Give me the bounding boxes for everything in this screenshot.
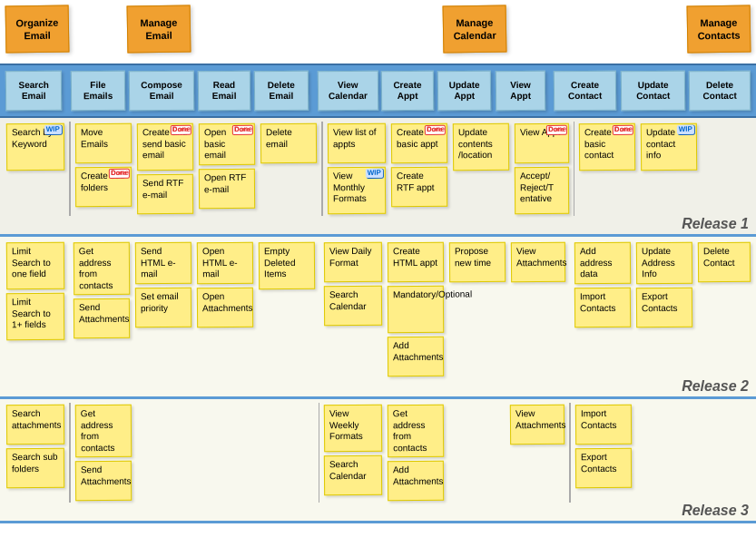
- manage-calendar-header: Manage Calendar: [443, 5, 507, 53]
- subheader-delete-contact[interactable]: Delete Contact: [689, 71, 751, 112]
- subheader-search-email[interactable]: Search Email: [5, 71, 63, 112]
- subheader-update-appt[interactable]: Update Appt: [437, 71, 492, 112]
- r1-create-basic-contact[interactable]: Done Create basic contact: [579, 123, 635, 171]
- subheader-view-appt[interactable]: View Appt: [496, 71, 545, 111]
- r2-get-address[interactable]: Get address from contacts: [74, 242, 131, 296]
- r1-move-emails[interactable]: Move Emails: [75, 123, 132, 164]
- r2-view-attachments[interactable]: View Attachments: [511, 242, 565, 283]
- r2-open-attachments[interactable]: Open Attachments: [197, 287, 253, 327]
- r1-view-list-appts[interactable]: View list of appts: [327, 123, 385, 164]
- subheader-update-contact[interactable]: Update Contact: [620, 71, 685, 112]
- board: Organize Email Manage Email Manage Calen…: [0, 0, 756, 523]
- subheader-create-contact[interactable]: Create Contact: [554, 71, 616, 112]
- r1-open-rtf-email[interactable]: Open RTF e-mail: [199, 168, 255, 209]
- r2-add-attachments[interactable]: Add Attachments: [388, 337, 444, 377]
- r2-send-attachments[interactable]: Send Attachments: [74, 298, 130, 339]
- release3-label: Release 3: [682, 503, 749, 519]
- r1-send-rtf-email[interactable]: Send RTF e-mail: [137, 174, 193, 215]
- r2-create-html-appt[interactable]: Create HTML appt: [388, 242, 444, 283]
- r1-update-contents[interactable]: Update contents /location: [452, 123, 508, 171]
- r3-view-attachments-appt[interactable]: View Attachments: [510, 405, 565, 445]
- r3-add-attachments-appt[interactable]: Add Attachments: [388, 461, 444, 502]
- r1-create-basic-email[interactable]: Done Create and send basic email: [137, 123, 193, 171]
- r3-search-subfolders[interactable]: Search sub folders: [6, 448, 64, 489]
- r2-send-html-email[interactable]: Send HTML e-mail: [135, 242, 191, 284]
- subheader-create-appt[interactable]: Create Appt: [381, 71, 434, 112]
- r3-export-contacts[interactable]: Export Contacts: [575, 448, 632, 489]
- release2-label: Release 2: [682, 378, 749, 395]
- r2-update-address-info[interactable]: Update Address Info: [636, 242, 692, 284]
- subheader-view-calendar[interactable]: View Calendar: [317, 71, 378, 112]
- r2-set-email-priority[interactable]: Set email priority: [135, 287, 191, 327]
- r1-update-contact-info[interactable]: WIP Update contact info: [641, 123, 697, 171]
- r2-export-contacts[interactable]: Export Contacts: [636, 287, 692, 327]
- manage-contacts-header: Manage Contacts: [687, 5, 751, 53]
- r1-delete-email[interactable]: Delete email: [260, 123, 317, 164]
- r2-mandatory-optional[interactable]: Mandatory/Optional: [388, 286, 444, 334]
- r1-search-keyword[interactable]: WIP Search by Keyword: [6, 123, 64, 171]
- r2-open-html-email[interactable]: Open HTML e-mail: [197, 242, 253, 284]
- r3-import-contacts[interactable]: Import Contacts: [575, 405, 632, 445]
- r1-view-appt[interactable]: Done View Appt: [514, 123, 568, 164]
- manage-email-header: Manage Email: [127, 5, 191, 53]
- r1-create-basic-appt[interactable]: Done Create basic appt: [390, 123, 447, 164]
- r2-import-contacts[interactable]: Import Contacts: [574, 287, 631, 327]
- subheader-read-email[interactable]: Read Email: [198, 71, 250, 112]
- r3-view-weekly[interactable]: View Weekly Formats: [324, 405, 382, 453]
- r3-send-attachments[interactable]: Send Attachments: [75, 461, 132, 502]
- r2-empty-deleted[interactable]: Empty Deleted Items: [259, 242, 315, 290]
- subheader-delete-email[interactable]: Delete Email: [254, 71, 309, 112]
- r2-view-daily[interactable]: View Daily Format: [324, 242, 382, 283]
- r2-search-calendar[interactable]: Search Calendar: [324, 286, 382, 327]
- r2-add-address-data[interactable]: Add address data: [574, 242, 631, 284]
- subheader-file-emails[interactable]: File Emails: [71, 71, 125, 112]
- r1-view-monthly[interactable]: WIP View Monthly Formats: [327, 167, 385, 215]
- r3-search-attachments[interactable]: Search attachments: [6, 405, 64, 445]
- release1-label: Release 1: [682, 216, 749, 232]
- r1-create-subfolders[interactable]: Done Create sub folders: [75, 167, 132, 208]
- r1-create-rtf-appt[interactable]: Create RTF appt: [390, 167, 447, 208]
- r2-propose-new-time[interactable]: Propose new time: [449, 242, 506, 283]
- organize-email-header: Organize Email: [5, 5, 70, 53]
- r2-delete-contact[interactable]: Delete Contact: [698, 242, 751, 283]
- r3-search-calendar[interactable]: Search Calendar: [324, 455, 382, 496]
- r3-get-address-contacts[interactable]: Get address from contacts: [75, 405, 133, 458]
- r1-open-basic-email[interactable]: Done Open basic email: [199, 123, 255, 165]
- r1-accept-reject[interactable]: Accept/ Reject/T entative: [514, 167, 568, 215]
- r2-limit-search-one[interactable]: Limit Search to one field: [6, 242, 64, 290]
- r3-get-address-from-contacts[interactable]: Get address from contacts: [388, 405, 445, 458]
- subheader-compose-email[interactable]: Compose Email: [129, 71, 195, 112]
- r2-limit-search-many[interactable]: Limit Search to 1+ fields: [6, 293, 64, 341]
